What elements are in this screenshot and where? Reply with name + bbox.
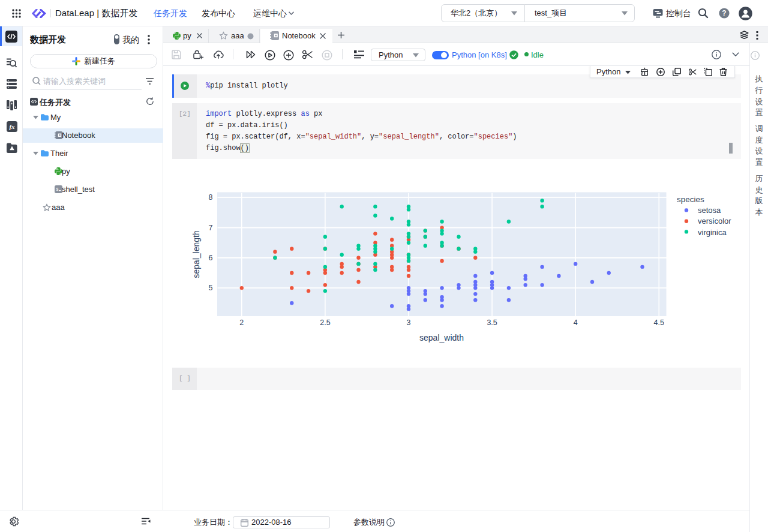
svg-text:6: 6: [209, 254, 213, 262]
svg-text:7: 7: [209, 224, 213, 232]
svg-text:sepal_length: sepal_length: [191, 230, 201, 278]
svg-text:3.5: 3.5: [487, 318, 497, 327]
svg-text:virginica: virginica: [698, 228, 727, 237]
svg-text:sepal_width: sepal_width: [419, 333, 464, 342]
svg-text:$: $: [56, 187, 58, 192]
svg-text:2.5: 2.5: [320, 318, 330, 327]
svg-text:?: ?: [722, 9, 726, 17]
svg-text:3: 3: [407, 318, 411, 327]
svg-text:species: species: [677, 195, 704, 204]
svg-text:4.5: 4.5: [654, 318, 664, 327]
svg-text:4: 4: [574, 318, 578, 327]
svg-text:2: 2: [239, 318, 244, 327]
svg-text:setosa: setosa: [698, 206, 721, 215]
svg-text:8: 8: [209, 193, 213, 202]
svg-text:fx: fx: [9, 123, 15, 130]
svg-text:versicolor: versicolor: [698, 217, 731, 226]
svg-text:5: 5: [209, 284, 213, 292]
